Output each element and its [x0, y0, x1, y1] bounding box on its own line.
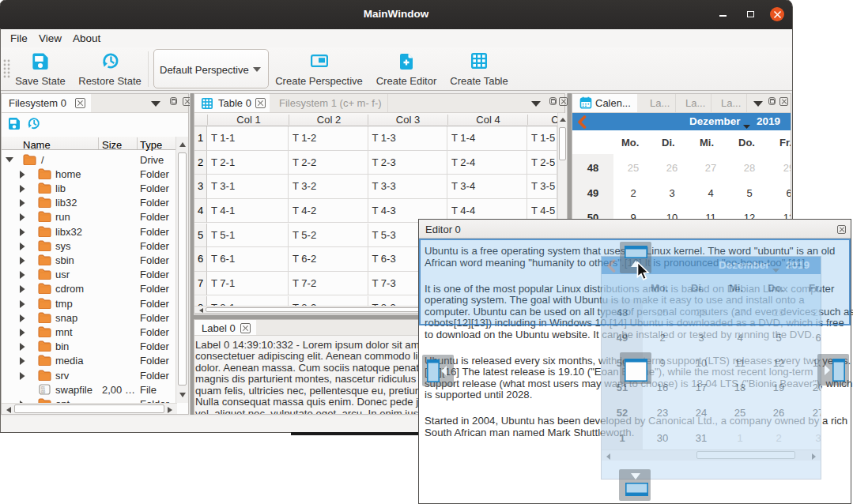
svg-text:00: 00: [41, 389, 46, 393]
